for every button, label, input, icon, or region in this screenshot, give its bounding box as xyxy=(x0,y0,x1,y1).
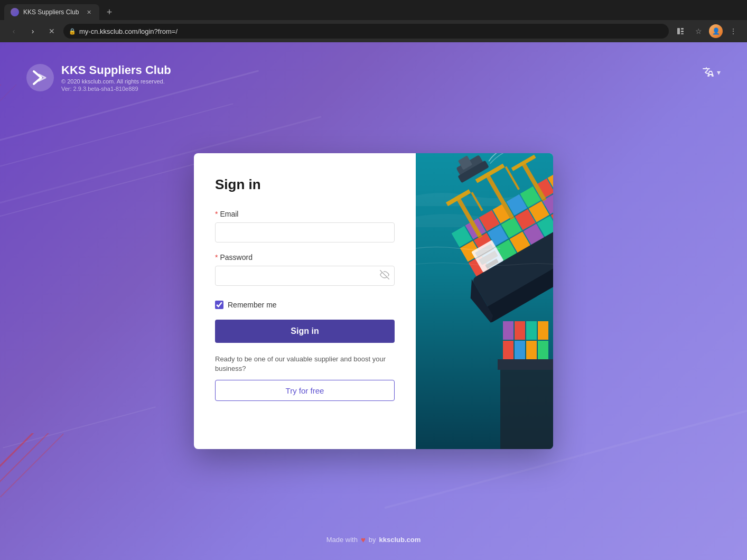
logo-version: Ver: 2.9.3.beta-sha1-810e889 xyxy=(61,86,171,92)
profile-button[interactable]: 👤 xyxy=(709,24,723,38)
form-panel: Sign in * Email * Password xyxy=(194,153,416,449)
password-required-star: * xyxy=(215,253,218,262)
logo-copyright: © 2020 kksclub.com. All rights reserved. xyxy=(61,78,171,85)
ship-svg xyxy=(416,153,553,449)
forward-button[interactable]: › xyxy=(25,24,40,39)
remember-me-row: Remember me xyxy=(215,301,395,309)
logo-title: KKS Suppliers Club xyxy=(61,63,171,77)
url-text: my-cn.kksclub.com/login?from=/ xyxy=(79,27,664,35)
menu-button[interactable]: ⋮ xyxy=(726,24,741,39)
browser-toolbar: ‹ › ✕ 🔒 my-cn.kksclub.com/login?from=/ ☆… xyxy=(0,20,747,42)
browser-chrome: KKS Suppliers Club ✕ + ‹ › ✕ 🔒 my-cn.kks… xyxy=(0,0,747,42)
footer: Made with ♥ by kksclub.com xyxy=(326,535,421,544)
logo-text: KKS Suppliers Club © 2020 kksclub.com. A… xyxy=(61,63,171,92)
footer-brand: kksclub.com xyxy=(379,536,421,544)
remember-me-checkbox[interactable] xyxy=(215,301,223,309)
email-required-star: * xyxy=(215,210,218,218)
svg-rect-55 xyxy=(538,341,548,359)
logo-area: KKS Suppliers Club © 2020 kksclub.com. A… xyxy=(26,63,171,92)
svg-rect-54 xyxy=(526,341,537,359)
image-panel xyxy=(416,153,553,449)
tab-close-button[interactable]: ✕ xyxy=(85,8,93,16)
password-label: * Password xyxy=(215,253,395,262)
new-tab-button[interactable]: + xyxy=(101,4,117,20)
translate-button[interactable]: ▾ xyxy=(702,66,721,79)
password-wrapper xyxy=(215,266,395,286)
password-toggle-icon[interactable] xyxy=(380,270,389,282)
form-title: Sign in xyxy=(215,176,395,193)
footer-by: by xyxy=(369,536,376,544)
email-input[interactable] xyxy=(215,222,395,242)
try-for-free-button[interactable]: Try for free xyxy=(215,380,395,401)
translate-arrow: ▾ xyxy=(717,68,721,77)
browser-tabs: KKS Suppliers Club ✕ + xyxy=(0,0,747,20)
svg-rect-51 xyxy=(498,359,553,370)
login-card: Sign in * Email * Password xyxy=(194,153,553,449)
footer-made-with: Made with xyxy=(326,536,358,544)
svg-rect-57 xyxy=(515,321,525,340)
email-field-group: * Email xyxy=(215,210,395,242)
svg-rect-3 xyxy=(681,33,684,34)
svg-rect-2 xyxy=(681,31,684,32)
svg-rect-53 xyxy=(515,341,525,359)
address-bar[interactable]: 🔒 my-cn.kksclub.com/login?from=/ xyxy=(63,24,669,39)
svg-rect-56 xyxy=(503,321,513,340)
svg-rect-1 xyxy=(681,28,684,30)
svg-rect-59 xyxy=(538,321,548,340)
tab-title: KKS Suppliers Club xyxy=(23,8,80,16)
reader-mode-button[interactable] xyxy=(673,24,688,39)
tab-favicon xyxy=(11,8,19,16)
cta-text: Ready to be one of our valuable supplier… xyxy=(215,354,395,374)
remember-me-label[interactable]: Remember me xyxy=(228,301,277,309)
bookmark-button[interactable]: ☆ xyxy=(691,24,706,39)
footer-heart: ♥ xyxy=(361,535,366,544)
svg-rect-0 xyxy=(677,28,680,34)
active-tab[interactable]: KKS Suppliers Club ✕ xyxy=(4,4,99,20)
svg-rect-58 xyxy=(526,321,537,340)
back-button[interactable]: ‹ xyxy=(6,24,21,39)
browser-actions: ☆ 👤 ⋮ xyxy=(673,24,741,39)
refresh-button[interactable]: ✕ xyxy=(44,24,59,39)
page-content: KKS Suppliers Club © 2020 kksclub.com. A… xyxy=(0,42,747,560)
svg-rect-50 xyxy=(500,365,553,449)
svg-rect-52 xyxy=(503,341,513,359)
container-ship-image xyxy=(416,153,553,449)
logo-icon xyxy=(26,64,54,91)
email-label: * Email xyxy=(215,210,395,218)
password-field-group: * Password xyxy=(215,253,395,286)
sign-in-button[interactable]: Sign in xyxy=(215,320,395,343)
lock-icon: 🔒 xyxy=(69,28,76,35)
password-input[interactable] xyxy=(215,266,395,286)
